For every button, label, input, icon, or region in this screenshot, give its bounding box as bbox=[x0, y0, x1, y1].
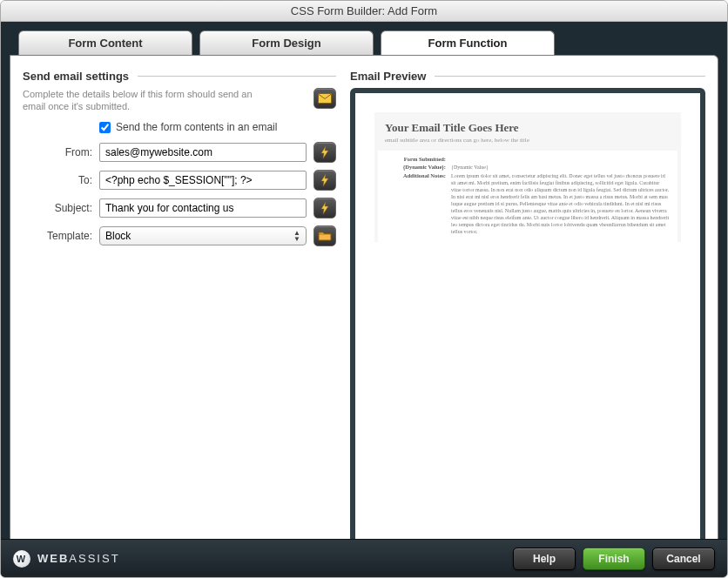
from-row: From: bbox=[23, 142, 336, 163]
email-row-value: {Dynamic Value} bbox=[451, 164, 671, 171]
tab-panel: Send email settings Complete the details… bbox=[10, 55, 718, 568]
tab-bar: Form Content Form Design Form Function bbox=[10, 30, 718, 55]
to-dynamic-button[interactable] bbox=[313, 170, 336, 191]
email-preview-frame: Your Email Title Goes Here email subtitl… bbox=[350, 88, 705, 554]
template-browse-button[interactable] bbox=[313, 225, 336, 246]
template-row: Template: Block ▲▼ bbox=[23, 225, 336, 246]
from-label: From: bbox=[23, 146, 99, 158]
template-select-value: Block bbox=[105, 230, 131, 242]
subject-dynamic-button[interactable] bbox=[313, 198, 336, 218]
template-label: Template: bbox=[23, 230, 99, 242]
lightning-icon bbox=[320, 174, 329, 186]
dialog-window: CSS Form Builder: Add Form Form Content … bbox=[0, 0, 728, 578]
email-preview-subtitle: email subtitle area or directions can go… bbox=[374, 137, 681, 151]
folder-icon bbox=[318, 231, 332, 241]
section-header: Send email settings bbox=[23, 70, 336, 83]
email-settings-button[interactable] bbox=[313, 88, 336, 109]
tab-form-function[interactable]: Form Function bbox=[381, 30, 555, 55]
from-input[interactable] bbox=[99, 143, 307, 162]
cancel-button[interactable]: Cancel bbox=[652, 548, 715, 570]
preview-header: Email Preview bbox=[350, 70, 705, 83]
envelope-icon bbox=[318, 93, 332, 104]
help-button[interactable]: Help bbox=[513, 548, 576, 570]
template-select[interactable]: Block ▲▼ bbox=[99, 226, 307, 245]
lightning-icon bbox=[320, 146, 329, 158]
divider bbox=[138, 76, 336, 77]
dialog-body: Form Content Form Design Form Function S… bbox=[1, 22, 727, 577]
email-row-value: Lorem ipsum dolor sit amet, consectetur … bbox=[451, 172, 671, 235]
tab-form-content[interactable]: Form Content bbox=[18, 30, 192, 55]
tab-form-design[interactable]: Form Design bbox=[199, 30, 374, 55]
brand-text: ASSIST bbox=[69, 552, 119, 565]
subject-label: Subject: bbox=[23, 202, 99, 214]
select-arrows-icon: ▲▼ bbox=[293, 230, 300, 242]
preview-title: Email Preview bbox=[350, 70, 426, 83]
email-row-key: Form Submitted: bbox=[385, 156, 451, 162]
webassist-logo-icon: W bbox=[13, 550, 30, 568]
email-row-key: Additional Notes: bbox=[385, 172, 451, 235]
send-email-checkbox-row: Send the form contents in an email bbox=[99, 121, 336, 133]
email-row-value bbox=[451, 156, 671, 162]
subject-row: Subject: bbox=[23, 198, 336, 218]
email-row-key: {Dynamic Value}: bbox=[385, 164, 451, 171]
email-preview-body: Your Email Title Goes Here email subtitl… bbox=[374, 112, 681, 242]
section-title: Send email settings bbox=[23, 70, 129, 83]
section-description: Complete the details below if this form … bbox=[23, 88, 258, 112]
send-email-checkbox-label: Send the form contents in an email bbox=[116, 121, 277, 133]
to-label: To: bbox=[23, 174, 99, 186]
to-row: To: bbox=[23, 170, 336, 191]
email-preview-table: Form Submitted: {Dynamic Value}: {Dynami… bbox=[378, 151, 677, 242]
subject-input[interactable] bbox=[99, 198, 307, 218]
finish-button[interactable]: Finish bbox=[583, 548, 645, 570]
settings-column: Send email settings Complete the details… bbox=[23, 70, 336, 554]
brand-logo-area: W WEBASSIST bbox=[13, 550, 120, 568]
lightning-icon bbox=[320, 202, 329, 214]
dialog-footer: W WEBASSIST Help Finish Cancel bbox=[1, 539, 727, 577]
email-preview-title: Your Email Title Goes Here bbox=[374, 112, 681, 137]
divider bbox=[435, 76, 705, 77]
preview-column: Email Preview Your Email Title Goes Here… bbox=[350, 70, 705, 554]
from-dynamic-button[interactable] bbox=[313, 142, 336, 163]
to-input[interactable] bbox=[99, 171, 307, 190]
brand-text-bold: WEB bbox=[37, 552, 69, 565]
window-title: CSS Form Builder: Add Form bbox=[1, 1, 727, 22]
send-email-checkbox[interactable] bbox=[99, 122, 111, 133]
